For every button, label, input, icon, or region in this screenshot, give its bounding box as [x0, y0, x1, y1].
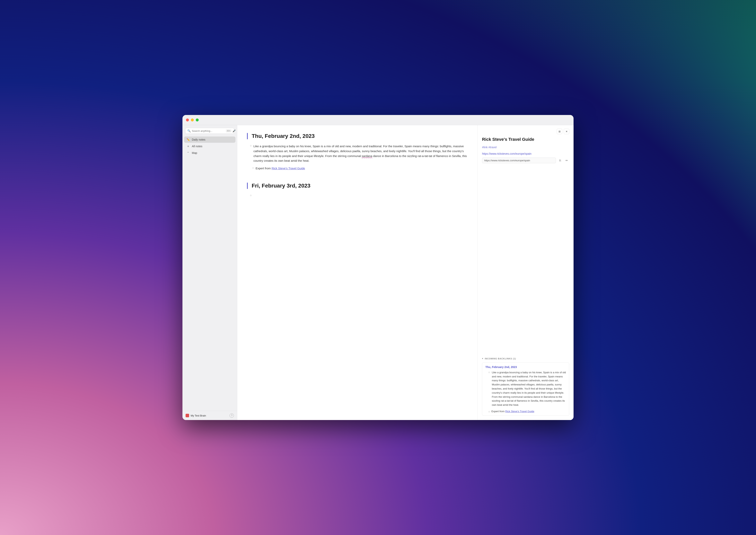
- bullet-dot-sub: [252, 167, 254, 169]
- map-icon: ⌃: [186, 151, 190, 155]
- tag-travel[interactable]: #travel: [489, 146, 497, 149]
- panel-controls: ⊞ ✕: [557, 129, 569, 134]
- edit-icon: ✏️: [186, 138, 190, 141]
- help-button[interactable]: ?: [230, 413, 234, 418]
- minimize-button[interactable]: [191, 119, 194, 122]
- workspace-info: My Test Brain: [185, 414, 206, 417]
- tags-row: #link #travel: [482, 146, 569, 149]
- bullet-dot: [250, 145, 251, 147]
- mic-icon: 🎤: [233, 129, 236, 132]
- bullet-text: Like a grandpa bouncing a baby on his kn…: [253, 144, 468, 163]
- panel-title: Rick Steve's Travel Guide: [482, 137, 569, 142]
- backlink-item: Thu, February 2nd, 2023 Like a grandpa b…: [482, 362, 569, 416]
- traffic-lights: [186, 119, 199, 122]
- bullet-list-1: Like a grandpa bouncing a baby on his kn…: [247, 144, 468, 171]
- entry-date-2: Fri, February 3rd, 2023: [247, 183, 468, 189]
- bullet-sub-text: Expert from Rick Steve's Travel Guide: [256, 166, 305, 171]
- url-input[interactable]: [482, 157, 556, 163]
- bullet-sub-item: Expert from Rick Steve's Travel Guide: [247, 166, 468, 171]
- backlink-rick-steves-link[interactable]: Rick Steve's Travel Guide: [505, 410, 534, 413]
- sidebar: 🔍 ⌘K 🎤 ✏️ Daily notes ≡ All notes ⌃ Map: [182, 125, 237, 420]
- sidebar-item-daily-notes[interactable]: ✏️ Daily notes: [184, 136, 236, 143]
- bullet-item: Like a grandpa bouncing a baby on his kn…: [247, 144, 468, 163]
- tag-link[interactable]: #link: [482, 146, 489, 149]
- bullet-list-2: [247, 194, 468, 196]
- sidebar-item-label: Daily notes: [192, 138, 205, 141]
- sidebar-footer: My Test Brain ?: [182, 411, 237, 420]
- copy-url-button[interactable]: ⎘: [557, 158, 563, 163]
- sidebar-item-all-notes[interactable]: ≡ All notes: [184, 143, 236, 149]
- backlink-bullet: Like a grandpa bouncing a baby on his kn…: [485, 371, 566, 407]
- workspace-icon: [185, 414, 189, 417]
- backlink-sub: Expert from Rick Steve's Travel Guide: [485, 410, 566, 413]
- backlink-body-text: Like a grandpa bouncing a baby on his kn…: [492, 371, 566, 407]
- right-panel-content: Rick Steve's Travel Guide #link #travel …: [478, 137, 574, 357]
- edit-url-button[interactable]: ✏: [564, 158, 569, 163]
- sidebar-item-map[interactable]: ⌃ Map: [184, 150, 236, 156]
- rick-steves-link[interactable]: Rick Steve's Travel Guide: [272, 167, 305, 170]
- list-icon: ≡: [186, 145, 190, 148]
- notes-panel: Thu, February 2nd, 2023 Like a grandpa b…: [237, 125, 478, 420]
- panel-url-link[interactable]: https://www.ricksteves.com/europe/spain: [482, 152, 569, 155]
- daily-entry-1: Thu, February 2nd, 2023 Like a grandpa b…: [247, 133, 468, 171]
- backlink-bullet-dot: [489, 372, 490, 373]
- close-panel-button[interactable]: ✕: [564, 129, 569, 134]
- search-input[interactable]: [192, 129, 225, 132]
- maximize-button[interactable]: [196, 119, 199, 122]
- content-area: Thu, February 2nd, 2023 Like a grandpa b…: [237, 125, 574, 420]
- search-icon: 🔍: [187, 129, 191, 132]
- sardana-text: sardana: [362, 154, 372, 157]
- nav-items: ✏️ Daily notes ≡ All notes ⌃ Map: [182, 136, 237, 411]
- entry-date-1: Thu, February 2nd, 2023: [247, 133, 468, 139]
- right-panel-header: ⊞ ✕: [478, 125, 574, 137]
- app-window: 🔍 ⌘K 🎤 ✏️ Daily notes ≡ All notes ⌃ Map: [182, 115, 574, 420]
- backlink-sub-dot: [489, 411, 490, 412]
- backlink-date[interactable]: Thu, February 2nd, 2023: [485, 365, 566, 369]
- titlebar: [182, 115, 574, 125]
- backlinks-header[interactable]: ▾ INCOMING BACKLINKS (1): [482, 357, 569, 360]
- chevron-down-icon: ▾: [482, 357, 483, 360]
- sidebar-item-label: All notes: [192, 145, 202, 148]
- url-input-row: ⎘ ✏: [482, 157, 569, 163]
- close-button[interactable]: [186, 119, 189, 122]
- sidebar-item-label: Map: [192, 151, 197, 155]
- workspace-name: My Test Brain: [191, 414, 206, 417]
- backlinks-label: INCOMING BACKLINKS (1): [485, 357, 516, 360]
- bullet-item-empty: [247, 194, 468, 196]
- search-bar[interactable]: 🔍 ⌘K 🎤: [185, 128, 234, 134]
- daily-entry-2: Fri, February 3rd, 2023: [247, 183, 468, 196]
- app-body: 🔍 ⌘K 🎤 ✏️ Daily notes ≡ All notes ⌃ Map: [182, 125, 574, 420]
- search-shortcut: ⌘K: [226, 129, 231, 132]
- expand-panel-button[interactable]: ⊞: [557, 129, 562, 134]
- bullet-dot-empty: [250, 195, 251, 196]
- backlinks-section: ▾ INCOMING BACKLINKS (1) Thu, February 2…: [478, 357, 574, 420]
- right-panel: ⊞ ✕ Rick Steve's Travel Guide #link #tra…: [478, 125, 574, 420]
- backlink-sub-text: Expert from Rick Steve's Travel Guide: [491, 410, 534, 413]
